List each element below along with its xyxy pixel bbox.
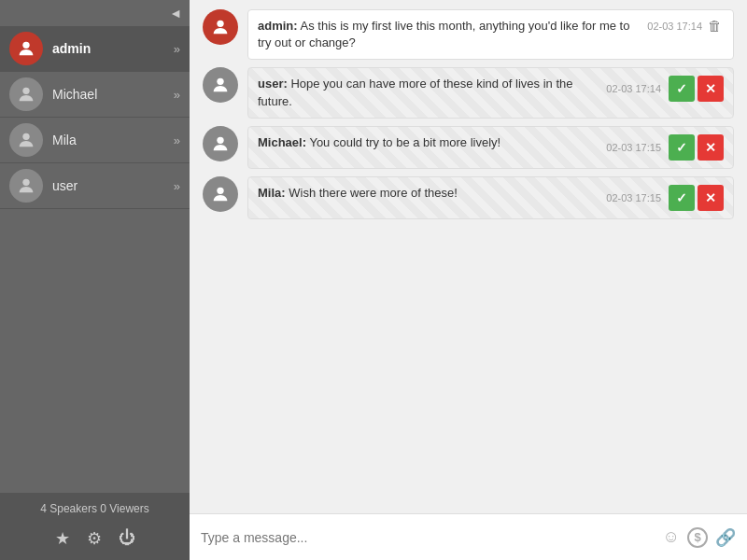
svg-point-1	[22, 88, 29, 94]
msg-avatar-msg4	[203, 176, 238, 212]
power-icon[interactable]: ⏻	[119, 528, 135, 549]
sidebar-item-user[interactable]: user»	[0, 163, 190, 209]
sidebar-item-michael[interactable]: Michael»	[0, 72, 190, 118]
msg-sender-msg4: Mila:	[258, 186, 286, 200]
msg-content-msg1: admin: As this is my first live this mon…	[258, 18, 641, 51]
sidebar-footer: 4 Speakers 0 Viewers ★ ⚙ ⏻	[0, 493, 190, 560]
sidebar-username-mila: Mila	[52, 133, 174, 147]
msg-avatar-msg3	[203, 126, 238, 161]
msg-text-msg3: You could try to be a bit more lively!	[309, 135, 500, 149]
svg-point-2	[22, 133, 29, 140]
sidebar-arrow-michael: »	[174, 88, 180, 102]
msg-content-msg3: Michael: You could try to be a bit more …	[258, 134, 600, 151]
msg-sender-msg2: user:	[258, 77, 288, 91]
svg-point-4	[217, 21, 223, 27]
sidebar-actions: ★ ⚙ ⏻	[9, 523, 180, 554]
msg-bubble-msg1: admin: As this is my first live this mon…	[247, 9, 734, 60]
svg-point-7	[217, 187, 223, 193]
msg-reject-button-msg4[interactable]: ✕	[698, 185, 724, 211]
msg-delete-button-msg1[interactable]: 🗑	[706, 18, 724, 34]
sidebar-stats: 4 Speakers 0 Viewers	[9, 498, 180, 519]
sidebar: ◄ admin»Michael»Mila»user» 4 Speakers 0 …	[0, 0, 190, 560]
collapse-icon: ◄	[169, 6, 182, 21]
message-row-msg4: Mila: Wish there were more of these!02-0…	[203, 176, 734, 219]
msg-content-msg2: user: Hope you can have more of these ki…	[258, 76, 600, 109]
msg-text-msg2: Hope you can have more of these kind of …	[258, 77, 573, 107]
msg-avatar-msg2	[203, 67, 238, 103]
sidebar-avatar-admin	[9, 32, 43, 65]
svg-point-3	[22, 179, 29, 186]
msg-text-msg4: Wish there were more of these!	[289, 186, 458, 200]
msg-reject-button-msg3[interactable]: ✕	[698, 134, 724, 161]
sidebar-arrow-user: »	[174, 179, 180, 193]
msg-text-msg1: As this is my first live this month, any…	[258, 19, 629, 49]
msg-bubble-msg4: Mila: Wish there were more of these!02-0…	[247, 176, 734, 219]
sidebar-username-michael: Michael	[52, 87, 174, 102]
msg-bubble-msg3: Michael: You could try to be a bit more …	[247, 126, 734, 169]
sidebar-avatar-michael	[9, 77, 43, 111]
msg-approve-button-msg3[interactable]: ✓	[669, 134, 695, 161]
msg-time-msg2: 02-03 17:14	[606, 83, 661, 94]
sidebar-avatar-user	[9, 169, 43, 203]
sidebar-users-list: admin»Michael»Mila»user»	[0, 26, 190, 209]
sidebar-username-admin: admin	[52, 41, 174, 56]
msg-bubble-msg2: user: Hope you can have more of these ki…	[247, 67, 734, 118]
sidebar-avatar-mila	[9, 123, 43, 157]
message-row-msg1: admin: As this is my first live this mon…	[203, 9, 734, 60]
dollar-icon[interactable]: $	[687, 527, 708, 548]
msg-reject-button-msg2[interactable]: ✕	[698, 76, 724, 102]
chat-input-area: ☺ $ 🔗	[190, 513, 747, 560]
sidebar-arrow-admin: »	[174, 42, 180, 56]
sidebar-arrow-mila: »	[174, 133, 180, 147]
sidebar-collapse-button[interactable]: ◄	[0, 0, 190, 26]
msg-content-msg4: Mila: Wish there were more of these!	[258, 185, 600, 202]
msg-sender-msg3: Michael:	[258, 135, 306, 149]
messages-list: admin: As this is my first live this mon…	[190, 0, 747, 513]
attach-icon[interactable]: 🔗	[715, 527, 736, 548]
message-row-msg3: Michael: You could try to be a bit more …	[203, 126, 734, 169]
sidebar-item-admin[interactable]: admin»	[0, 26, 190, 72]
svg-point-5	[217, 78, 223, 85]
msg-sender-msg1: admin:	[258, 19, 298, 33]
msg-avatar-msg1	[203, 9, 238, 45]
msg-approve-button-msg2[interactable]: ✓	[669, 76, 695, 102]
main-chat-area: admin: As this is my first live this mon…	[190, 0, 747, 560]
star-icon[interactable]: ★	[55, 528, 70, 549]
msg-time-msg4: 02-03 17:15	[606, 192, 661, 203]
emoji-icon[interactable]: ☺	[663, 527, 680, 547]
sidebar-username-user: user	[52, 178, 174, 193]
msg-time-msg1: 02-03 17:14	[647, 21, 702, 32]
message-input[interactable]	[201, 530, 655, 545]
msg-time-msg3: 02-03 17:15	[606, 142, 661, 153]
message-row-msg2: user: Hope you can have more of these ki…	[203, 67, 734, 118]
sidebar-item-mila[interactable]: Mila»	[0, 118, 190, 163]
gear-icon[interactable]: ⚙	[87, 528, 102, 549]
svg-point-6	[217, 136, 223, 143]
msg-approve-button-msg4[interactable]: ✓	[669, 185, 695, 211]
svg-point-0	[22, 42, 29, 49]
